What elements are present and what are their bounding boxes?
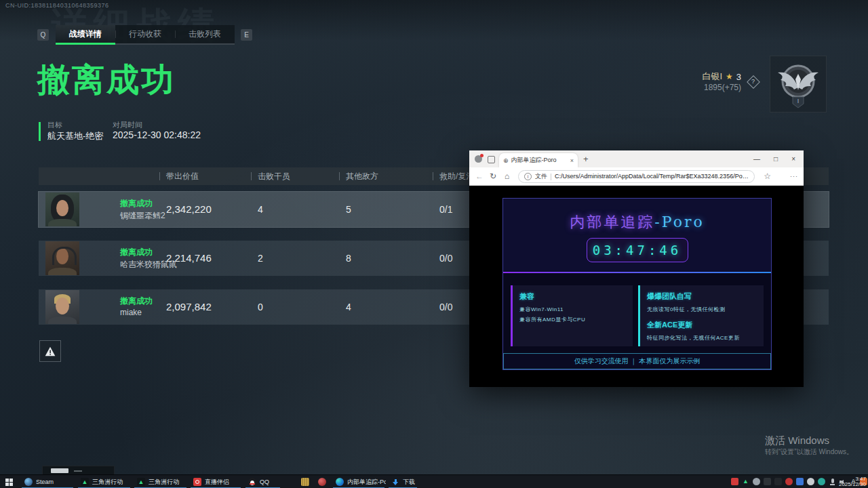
refresh-icon[interactable]: ↻ <box>490 167 496 185</box>
compatibility-heading: 兼容 <box>519 291 626 302</box>
tray-teal-icon[interactable] <box>818 478 825 485</box>
esc-key-chip <box>51 468 68 473</box>
taskbar: Steam ▲ 三角洲行动 ▲ 三角洲行动 直播伴侣 QQ 内部单追踪-Poro… <box>0 474 868 488</box>
address-input[interactable]: i 文件 C:/Users/Administrator/AppData/Loca… <box>518 170 755 183</box>
delta-force-icon: ▲ <box>81 478 89 486</box>
browser-tab[interactable]: ⊕ 内部单追踪-Poro × <box>499 153 578 167</box>
taskbar-app-red[interactable] <box>314 475 330 488</box>
tab-close-icon[interactable]: × <box>570 157 574 164</box>
taskbar-app-steam[interactable]: Steam <box>20 475 75 488</box>
maximize-button[interactable]: □ <box>774 155 778 163</box>
poro-card-header: 内部单追踪-Poro 03:47:46 <box>503 199 771 272</box>
profile-avatar-icon[interactable] <box>475 155 482 163</box>
start-button[interactable] <box>1 475 17 488</box>
info-accent-bar <box>39 122 41 141</box>
vertical-tabs-icon[interactable] <box>488 156 495 163</box>
tray-steam-icon[interactable] <box>753 478 760 485</box>
tray-live-icon[interactable] <box>731 478 738 485</box>
new-tab-button[interactable]: + <box>583 154 589 164</box>
compatibility-line: 兼容所有AMD显卡与CPU <box>519 316 626 323</box>
header-carry-value: 带出价值 <box>166 167 199 185</box>
taskbar-app-delta-force[interactable]: ▲ 三角洲行动 <box>133 475 188 488</box>
row-status: 撤离成功 <box>120 198 153 209</box>
taskbar-app-downloads[interactable]: 下载 <box>387 475 418 488</box>
more-menu-icon[interactable]: ··· <box>790 167 798 185</box>
taskbar-app-gold[interactable] <box>297 475 313 488</box>
row-rescue-revive: 0/0 <box>439 289 452 325</box>
header-other-enemies: 其他敌方 <box>346 167 378 185</box>
rank-points: 1895(+75) <box>704 83 741 92</box>
tab-strip: 战绩详情 行动收获 击败列表 <box>56 25 235 45</box>
tab-loot[interactable]: 行动收获 <box>115 25 175 43</box>
clock-date: 2025/12/30 <box>839 482 866 487</box>
help-icon[interactable]: ? <box>748 76 758 86</box>
report-warning-button[interactable] <box>39 340 61 362</box>
avatar <box>45 290 79 324</box>
taskbar-app-qq[interactable]: QQ <box>244 475 281 488</box>
delta-force-icon: ▲ <box>137 478 145 486</box>
file-scheme-label: 文件 <box>535 172 547 181</box>
taskbar-clock[interactable]: 3:47 2025/12/30 <box>839 476 866 487</box>
tray-blue-icon[interactable] <box>796 478 804 485</box>
row-other-enemies: 4 <box>346 289 351 325</box>
downloads-icon[interactable]: ↓ <box>450 171 454 181</box>
poro-title-zh: 内部单追踪 <box>570 214 654 230</box>
live-companion-icon <box>193 478 201 486</box>
tray-gray-icon[interactable] <box>807 478 814 485</box>
home-icon[interactable]: ⌂ <box>505 167 509 185</box>
back-icon[interactable]: ← <box>475 167 484 185</box>
row-status: 撤离成功 <box>120 296 153 307</box>
poro-title-en: -Poro <box>654 214 704 230</box>
row-other-enemies: 5 <box>346 192 351 227</box>
rank-tier: 白银I <box>702 70 722 83</box>
tray-red-icon[interactable] <box>785 478 793 485</box>
browser-tab-title: 内部单追踪-Poro <box>511 156 568 165</box>
rank-line: 白银I ★ 3 <box>702 70 741 83</box>
page-info-icon[interactable]: i <box>524 173 532 180</box>
compatibility-line: 兼容Win7-Win11 <box>519 306 626 313</box>
avatar <box>45 192 79 226</box>
tab-battle-detail[interactable]: 战绩详情 <box>56 25 115 43</box>
favorite-star-icon[interactable]: ☆ <box>764 167 771 185</box>
objective-value: 航天基地-绝密 <box>47 130 103 142</box>
eagle-emblem-icon: I <box>774 59 823 109</box>
feature-heading: 爆爆团队自写 <box>647 291 757 302</box>
result-title: 撤离成功 <box>37 58 176 102</box>
steam-icon <box>24 478 33 486</box>
match-time-value: 2025-12-30 02:48:22 <box>113 129 201 140</box>
match-time-label: 对局时间 <box>113 120 142 130</box>
close-button[interactable]: × <box>791 155 795 163</box>
rank-star-count: 3 <box>736 72 741 82</box>
row-operator-kills: 0 <box>258 289 263 325</box>
rank-star-icon: ★ <box>726 72 733 81</box>
browser-titlebar[interactable]: ⊕ 内部单追踪-Poro × + — □ × <box>469 150 804 167</box>
key-hint-e[interactable]: E <box>241 29 252 41</box>
row-operator-kills: 4 <box>258 192 263 227</box>
microphone-icon[interactable] <box>829 478 836 485</box>
esc-hint-dash <box>74 470 82 472</box>
tray-dark-icon[interactable] <box>764 478 771 485</box>
feature-line: 特征同步化写法，无视任何ACE更新 <box>647 334 757 342</box>
avatar <box>45 241 79 275</box>
edge-icon <box>336 478 344 486</box>
row-carry-value: 2,097,842 <box>166 289 212 325</box>
key-hint-q[interactable]: Q <box>37 29 49 41</box>
minimize-button[interactable]: — <box>753 155 760 163</box>
gold-tile-icon <box>301 478 309 486</box>
row-rescue-revive: 0/0 <box>439 241 452 276</box>
row-player-name: 锔缝噩牵鳕2 <box>120 210 165 222</box>
tray-dark-icon[interactable] <box>774 478 782 485</box>
row-player-name: miake <box>120 308 142 317</box>
row-carry-value: 2,342,220 <box>166 192 212 227</box>
address-separator <box>551 174 551 180</box>
tray-delta-icon[interactable]: ▲ <box>742 478 749 485</box>
features-panel: 爆爆团队自写 无痕读写0特征，无惧任何检测 全新ACE更新 特征同步化写法，无视… <box>638 285 764 346</box>
taskbar-app-delta-force[interactable]: ▲ 三角洲行动 <box>77 475 132 488</box>
browser-window: ⊕ 内部单追踪-Poro × + — □ × ← ↻ ⌂ i 文件 C:/Use… <box>469 150 804 386</box>
tab-kill-list[interactable]: 击败列表 <box>175 25 235 43</box>
address-url: C:/Users/Administrator/AppData/Local/Tem… <box>555 172 749 181</box>
taskbar-app-live-companion[interactable]: 直播伴侣 <box>189 475 242 488</box>
taskbar-app-poro-browser[interactable]: 内部单追踪-Poro - ... <box>332 475 386 488</box>
rank-emblem: I <box>770 56 827 113</box>
row-operator-kills: 2 <box>258 241 263 276</box>
